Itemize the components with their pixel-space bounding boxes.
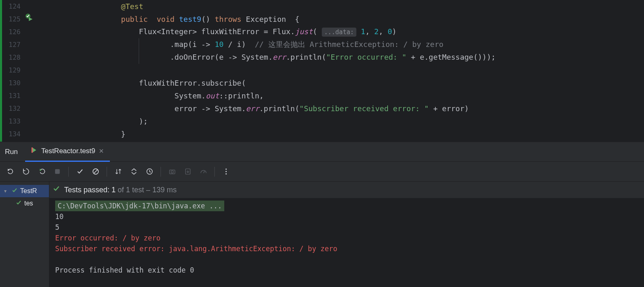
- separator: [68, 167, 69, 177]
- svg-point-9: [225, 173, 226, 175]
- code-line[interactable]: 134 }: [0, 128, 644, 140]
- svg-point-8: [225, 171, 226, 172]
- test-tree-root-label: TestR: [20, 187, 37, 195]
- console-stderr: Subscriber received error: java.lang.Ari…: [55, 243, 640, 254]
- console-lines[interactable]: C:\DevTools\JDK\jdk-17\bin\java.exe ... …: [55, 201, 640, 275]
- gutter-cell: [23, 128, 40, 140]
- status-passed-count: 1: [112, 186, 116, 194]
- code-line[interactable]: 132 error -> System.err.println("Subscri…: [0, 102, 644, 115]
- line-number[interactable]: 126: [0, 28, 23, 36]
- gutter-cell: [23, 0, 40, 13]
- run-toolbar: [0, 162, 644, 182]
- console-stdout: 5: [55, 222, 640, 233]
- code-line[interactable]: 128 .doOnError(e -> System.err.println("…: [0, 51, 644, 64]
- more-button[interactable]: [219, 165, 233, 179]
- run-tool-window: Run TestReactor.test9 ✕: [0, 142, 644, 287]
- console-command: C:\DevTools\JDK\jdk-17\bin\java.exe ...: [55, 201, 224, 211]
- line-number[interactable]: 130: [0, 79, 23, 87]
- code-line[interactable]: 131 System.out::println,: [0, 89, 644, 102]
- svg-rect-1: [55, 169, 59, 174]
- test-tree-item[interactable]: tes: [0, 197, 49, 210]
- code-line[interactable]: 127 .map(i -> 10 / i) // 这里会抛出 Arithmeti…: [0, 38, 644, 51]
- code-line[interactable]: 125 public void test9() throws Exception…: [0, 13, 644, 26]
- separator: [107, 167, 107, 177]
- source-text[interactable]: }: [40, 130, 126, 138]
- expand-all-button[interactable]: [127, 165, 141, 179]
- gutter-cell: [23, 26, 40, 38]
- vcs-gutter: [0, 0, 2, 142]
- console-stderr: Error occurred: / by zero: [55, 233, 640, 243]
- source-text[interactable]: Flux<Integer> fluxWithError = Flux.just(…: [40, 27, 397, 37]
- gutter-cell: [23, 51, 40, 64]
- line-number[interactable]: 131: [0, 92, 23, 100]
- console-exit: Process finished with exit code 0: [55, 265, 640, 275]
- sort-button[interactable]: [111, 165, 125, 179]
- separator: [214, 167, 215, 177]
- run-header: Run TestReactor.test9 ✕: [0, 142, 644, 162]
- stop-button[interactable]: [50, 165, 64, 179]
- source-text[interactable]: fluxWithError.subscribe(: [40, 79, 246, 87]
- check-icon: [53, 184, 60, 195]
- line-number[interactable]: 134: [0, 130, 23, 138]
- gutter-cell: [23, 115, 40, 128]
- check-icon: [16, 200, 22, 208]
- line-number[interactable]: 132: [0, 105, 23, 112]
- status-suffix: of 1 test – 139 ms: [116, 186, 177, 194]
- test-tree-item-label: tes: [24, 200, 33, 207]
- screenshot-button: [165, 165, 179, 179]
- code-line[interactable]: 133 );: [0, 115, 644, 128]
- results-area: TestR tes Tests passed: 1 of 1 test – 13…: [0, 182, 644, 287]
- test-status-bar: Tests passed: 1 of 1 test – 139 ms: [49, 182, 644, 198]
- source-text[interactable]: public void test9() throws Exception {: [40, 15, 300, 23]
- rerun-button[interactable]: [3, 165, 17, 179]
- console-stdout: 10: [55, 211, 640, 222]
- code-line[interactable]: 130 fluxWithError.subscribe(: [0, 77, 644, 89]
- line-number[interactable]: 127: [0, 41, 23, 49]
- source-text[interactable]: );: [40, 117, 148, 126]
- show-passed-button[interactable]: [73, 165, 87, 179]
- gutter-cell: [23, 102, 40, 115]
- source-text[interactable]: .doOnError(e -> System.err.println("Erro…: [40, 51, 495, 64]
- chevron-down-icon[interactable]: [4, 188, 9, 194]
- run-title: Run: [5, 148, 18, 156]
- line-number[interactable]: 125: [0, 15, 23, 23]
- separator: [160, 167, 161, 177]
- toggle-auto-test-button[interactable]: [35, 165, 49, 179]
- console-output[interactable]: Tests passed: 1 of 1 test – 139 ms C:\De…: [49, 182, 644, 287]
- line-number[interactable]: 128: [0, 54, 23, 61]
- svg-point-7: [225, 168, 226, 170]
- test-history-button[interactable]: [142, 165, 156, 179]
- source-text[interactable]: System.out::println,: [40, 91, 264, 100]
- run-tab-label: TestReactor.test9: [41, 147, 95, 155]
- check-icon: [12, 187, 18, 195]
- test-tree-root[interactable]: TestR: [0, 185, 49, 197]
- gutter-cell: [23, 89, 40, 102]
- source-text[interactable]: error -> System.err.println("Subscriber …: [40, 104, 469, 113]
- rerun-failed-button[interactable]: [19, 165, 33, 179]
- show-ignored-button[interactable]: [88, 165, 102, 179]
- svg-point-5: [171, 171, 173, 173]
- gutter-cell: [23, 77, 40, 89]
- line-number[interactable]: 129: [0, 66, 23, 74]
- profiler-button: [196, 165, 210, 179]
- code-editor[interactable]: 124 @Test125 public void test9() throws …: [0, 0, 644, 142]
- inlay-hint: ...data:: [322, 28, 356, 37]
- status-passed-prefix: Tests passed:: [64, 186, 112, 194]
- gutter-cell: [23, 64, 40, 77]
- run-tab-active[interactable]: TestReactor.test9 ✕: [25, 142, 109, 162]
- source-text[interactable]: .map(i -> 10 / i) // 这里会抛出 ArithmeticExc…: [40, 38, 444, 51]
- line-number[interactable]: 133: [0, 117, 23, 125]
- import-tests-button: [181, 165, 195, 179]
- source-text[interactable]: @Test: [40, 2, 143, 11]
- run-config-icon: [31, 147, 38, 156]
- close-icon[interactable]: ✕: [99, 147, 104, 155]
- code-line[interactable]: 124 @Test: [0, 0, 644, 13]
- test-tree[interactable]: TestR tes: [0, 182, 49, 287]
- code-line[interactable]: 126 Flux<Integer> fluxWithError = Flux.j…: [0, 26, 644, 38]
- line-number[interactable]: 124: [0, 2, 23, 10]
- run-test-gutter-icon[interactable]: [23, 13, 40, 26]
- gutter-cell: [23, 38, 40, 51]
- code-line[interactable]: 129: [0, 64, 644, 77]
